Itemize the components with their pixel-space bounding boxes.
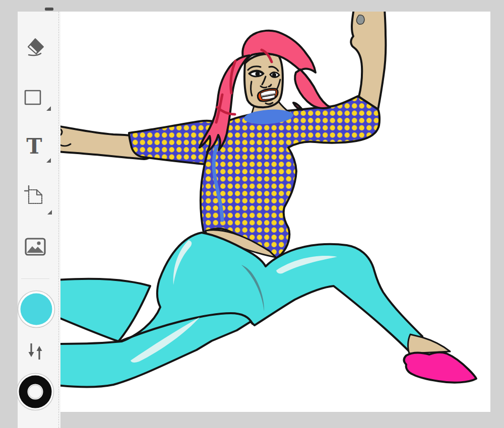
image-icon <box>24 237 46 257</box>
text-tool-glyph: T <box>26 135 42 157</box>
right-pupil <box>272 73 276 77</box>
figure-face <box>244 54 283 107</box>
thumb-nail <box>357 15 365 25</box>
stroke-color-swatch[interactable] <box>15 372 55 412</box>
crop-flyout-indicator <box>47 210 52 215</box>
fill-color-icon <box>16 289 56 329</box>
crop-icon <box>24 185 46 207</box>
figure-right-arm <box>351 12 386 110</box>
rectangle-shape-tool-button[interactable] <box>23 88 43 108</box>
left-pupil <box>256 72 260 77</box>
rectangle-icon <box>23 88 43 108</box>
artwork-leaping-woman <box>60 12 490 412</box>
swap-colors-button[interactable] <box>26 341 44 362</box>
text-tool-button[interactable]: T <box>23 135 45 157</box>
image-tool-button[interactable] <box>24 237 46 257</box>
partial-tool-indicator <box>45 8 53 11</box>
figure-shoe <box>404 352 477 383</box>
toolbar-divider <box>21 278 49 279</box>
text-flyout-indicator <box>46 158 51 163</box>
left-toolbar <box>18 12 60 428</box>
fill-color-swatch[interactable] <box>16 289 56 329</box>
text-icon: T <box>23 135 45 157</box>
eraser-icon <box>23 37 45 59</box>
fill-color-circle <box>21 294 52 325</box>
crop-tool-button[interactable] <box>24 185 46 207</box>
swap-colors-icon <box>26 341 44 362</box>
stroke-color-icon <box>15 372 55 412</box>
drawing-canvas[interactable] <box>60 12 490 412</box>
figure-ankle <box>408 334 450 353</box>
rectangle-flyout-indicator <box>46 106 51 111</box>
front-thigh <box>60 279 150 341</box>
app-window: { "window": { "background_color": "#d2d2… <box>0 0 504 428</box>
figure-legs <box>60 233 422 387</box>
eraser-tool-button[interactable] <box>23 37 45 59</box>
